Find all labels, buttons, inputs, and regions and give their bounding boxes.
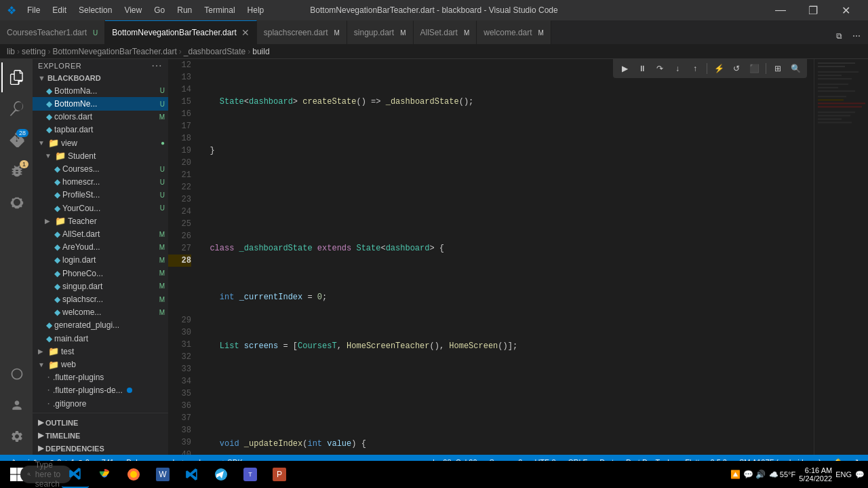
taskbar-datetime[interactable]: 6:16 AM 5/24/2022 bbox=[799, 466, 832, 483]
tree-colors[interactable]: ◆ colors.dart M bbox=[33, 111, 168, 124]
tree-item-label: BottomNa... bbox=[54, 86, 97, 96]
tree-yourcou[interactable]: ◆ YourCou... U bbox=[33, 202, 168, 214]
explorer-activity[interactable] bbox=[1, 62, 31, 92]
debug-pause-btn[interactable]: ⏸ bbox=[634, 60, 650, 77]
menu-go[interactable]: Go bbox=[149, 0, 170, 20]
debug-stop-btn[interactable]: ⬛ bbox=[746, 60, 762, 77]
taskbar-firefox[interactable] bbox=[120, 461, 147, 488]
tree-student[interactable]: ▼ 📁 Student bbox=[33, 149, 168, 162]
debug-stepin-btn[interactable]: ↓ bbox=[669, 60, 686, 77]
tree-bottomna[interactable]: ◆ BottomNa... U bbox=[33, 84, 168, 97]
settings-activity[interactable] bbox=[1, 421, 31, 451]
timeline-section[interactable]: ▶ TIMELINE bbox=[33, 429, 168, 442]
debug-inspector-btn[interactable]: ⊞ bbox=[770, 60, 786, 77]
tab-close-icon[interactable]: ✕ bbox=[241, 27, 250, 38]
taskbar-powerpoint[interactable]: P bbox=[266, 461, 293, 488]
tree-tapbar[interactable]: ◆ tapbar.dart bbox=[33, 124, 168, 136]
tree-teacher[interactable]: ▶ 📁 Teacher bbox=[33, 214, 168, 227]
menu-selection[interactable]: Selection bbox=[73, 0, 117, 20]
tree-flutter-plugins[interactable]: ⬝ .flutter-plugins bbox=[33, 371, 168, 384]
svg-rect-2 bbox=[818, 66, 845, 67]
taskbar-vscode2[interactable] bbox=[178, 461, 205, 488]
tree-gitignore[interactable]: ⬝ .gitignore bbox=[33, 397, 168, 410]
tab-label: AllSet.dart bbox=[420, 28, 458, 37]
tab-courses-teacher[interactable]: CoursesTeacher1.dart U bbox=[0, 20, 105, 44]
tab-state: U bbox=[93, 29, 98, 37]
account-activity[interactable] bbox=[1, 390, 31, 420]
svg-rect-14 bbox=[818, 115, 850, 116]
menu-edit[interactable]: Edit bbox=[47, 0, 72, 20]
search-activity[interactable] bbox=[1, 94, 31, 124]
minimize-button[interactable]: — bbox=[765, 0, 796, 20]
debug-stepout-btn[interactable]: ↑ bbox=[687, 60, 703, 77]
temp-value: 55°F bbox=[780, 470, 795, 478]
tree-login[interactable]: ◆ login.dart M bbox=[33, 254, 168, 267]
tree-test[interactable]: ▶ 📁 test bbox=[33, 345, 168, 358]
taskbar-telegram[interactable] bbox=[208, 461, 235, 488]
restore-button[interactable]: ❐ bbox=[797, 0, 829, 20]
debug-hot-reload-btn[interactable]: ⚡ bbox=[711, 60, 727, 77]
tree-web[interactable]: ▼ 📁 web bbox=[33, 358, 168, 371]
search-button[interactable]: Type here to search bbox=[33, 461, 60, 488]
extensions-activity[interactable] bbox=[1, 187, 31, 217]
menu-help[interactable]: Help bbox=[242, 0, 270, 20]
taskbar-word[interactable]: W bbox=[149, 461, 176, 488]
breadcrumb-lib[interactable]: lib bbox=[7, 47, 15, 56]
breadcrumb-method[interactable]: build bbox=[252, 47, 269, 56]
menu-terminal[interactable]: Terminal bbox=[199, 0, 240, 20]
tree-genplugin[interactable]: ◆ generated_plugi... bbox=[33, 319, 168, 332]
svg-rect-4 bbox=[818, 75, 842, 76]
tree-welcome[interactable]: ◆ welcome... M bbox=[33, 306, 168, 319]
debug-stepover-btn[interactable]: ↷ bbox=[652, 60, 668, 77]
root-folder[interactable]: ▼ BLACKBOARD bbox=[33, 72, 168, 84]
tab-allset[interactable]: AllSet.dart M bbox=[414, 20, 477, 44]
breadcrumb-file[interactable]: BottomNevegationBarTeacher.dart bbox=[52, 47, 176, 56]
code-editor[interactable]: State<dashboard> createState() => _dashb… bbox=[197, 59, 814, 455]
tree-splachscr[interactable]: ◆ splachscr... M bbox=[33, 293, 168, 305]
tree-main[interactable]: ◆ main.dart bbox=[33, 332, 168, 345]
notification-icon[interactable]: 💬 bbox=[855, 470, 865, 479]
tree-homescreen[interactable]: ◆ homescr... U bbox=[33, 176, 168, 189]
tab-bottom-nevegation[interactable]: BottomNevegationBarTeacher.dart ✕ bbox=[105, 20, 256, 44]
menu-file[interactable]: File bbox=[22, 0, 45, 20]
tab-welcome[interactable]: welcome.dart M bbox=[477, 20, 551, 44]
breadcrumb-class[interactable]: _dashboardState bbox=[184, 47, 245, 56]
debug-toolbar: ▶ ⏸ ↷ ↓ ↑ ⚡ ↺ ⬛ ⊞ 🔍 bbox=[613, 59, 807, 78]
taskbar-vscode[interactable] bbox=[62, 461, 89, 488]
breadcrumb-setting[interactable]: setting bbox=[22, 47, 45, 56]
tab-singup[interactable]: singup.dart M bbox=[347, 20, 414, 44]
dependencies-section[interactable]: ▶ DEPENDENCIES bbox=[33, 442, 168, 455]
close-button[interactable]: ✕ bbox=[830, 0, 861, 20]
tab-state-m4: M bbox=[538, 29, 544, 37]
tree-areyoud[interactable]: ◆ AreYoud... M bbox=[33, 241, 168, 254]
code-scroll[interactable]: 12 13 14 15 16 17 18 19 20 21 22 23 24 2… bbox=[168, 59, 868, 455]
tab-splash[interactable]: splachscreen.dart M bbox=[257, 20, 347, 44]
courses-file-icon: ◆ bbox=[54, 164, 60, 174]
tree-profilest[interactable]: ◆ ProfileSt... U bbox=[33, 189, 168, 202]
debug-restart-btn[interactable]: ↺ bbox=[728, 60, 745, 77]
debug-continue-btn[interactable]: ▶ bbox=[616, 60, 633, 77]
more-tabs-icon[interactable]: ⋯ bbox=[848, 28, 865, 44]
tree-allset[interactable]: ◆ AllSet.dart M bbox=[33, 227, 168, 240]
debug-activity[interactable]: 1 bbox=[1, 156, 31, 186]
tree-item-label3: colors.dart bbox=[54, 112, 92, 121]
tree-singup[interactable]: ◆ singup.dart M bbox=[33, 280, 168, 293]
remote-activity[interactable] bbox=[1, 359, 31, 389]
outline-section[interactable]: ▶ OUTLINE bbox=[33, 416, 168, 429]
svg-rect-13 bbox=[818, 111, 855, 113]
dependencies-arrow: ▶ bbox=[38, 444, 43, 453]
menu-view[interactable]: View bbox=[119, 0, 147, 20]
tree-view[interactable]: ▼ 📁 view ● bbox=[33, 136, 168, 149]
sidebar-menu-icon[interactable]: ⋯ bbox=[151, 59, 163, 72]
tree-flutter-plugins-de[interactable]: ⬝ .flutter-plugins-de... bbox=[33, 384, 168, 397]
debug-search-btn[interactable]: 🔍 bbox=[787, 60, 804, 77]
tree-phoneco[interactable]: ◆ PhoneCo... M bbox=[33, 267, 168, 280]
tree-bottomne[interactable]: ◆ BottomNe... U bbox=[33, 97, 168, 110]
taskbar-teams[interactable]: T bbox=[237, 461, 264, 488]
tree-courses[interactable]: ◆ Courses... U bbox=[33, 162, 168, 175]
split-editor-icon[interactable]: ⧉ bbox=[831, 28, 847, 44]
menu-run[interactable]: Run bbox=[172, 0, 197, 20]
taskbar-chrome[interactable] bbox=[91, 461, 118, 488]
yourcou-file-icon: ◆ bbox=[54, 204, 60, 213]
git-activity[interactable]: 28 bbox=[1, 125, 31, 155]
